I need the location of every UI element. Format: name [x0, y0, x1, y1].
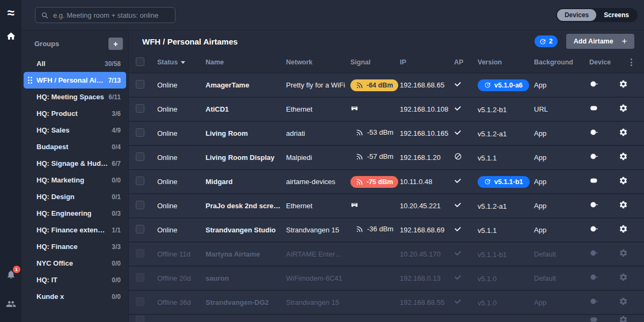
table-row[interactable]: OnlineStrandvangen StudioStrandvangen 15… — [129, 217, 644, 241]
wifi-signal-icon — [356, 129, 363, 136]
settings-gear-icon[interactable] — [619, 176, 628, 185]
table-row[interactable]: Offline 11dMartyna AirtameAIRTAME Enterp… — [129, 241, 644, 266]
sidebar-group-item[interactable]: HQ: Product3/6 — [21, 105, 128, 122]
settings-gear-icon[interactable] — [619, 79, 628, 89]
settings-cell — [619, 104, 644, 115]
sidebar-group-item[interactable]: Kunde x0/0 — [21, 288, 128, 305]
home-icon[interactable] — [6, 31, 16, 41]
row-checkbox[interactable] — [136, 201, 144, 209]
ip-cell: 192.168.10.165 — [400, 129, 454, 137]
device-type-cell — [589, 79, 619, 91]
settings-gear-icon[interactable] — [619, 128, 628, 137]
table-row[interactable]: OnlineAtiCD1Ethernet192.168.10.108v5.1.2… — [129, 97, 644, 121]
group-label: HQ: IT — [36, 276, 108, 284]
check-icon — [454, 80, 462, 88]
settings-gear-icon[interactable] — [619, 248, 628, 258]
signal-value: -53 dBm — [350, 128, 393, 136]
settings-gear-icon[interactable] — [619, 297, 628, 306]
column-header-status[interactable]: Status — [150, 58, 206, 66]
column-options-kebab-icon[interactable] — [619, 58, 644, 66]
table-row[interactable]: OnlineMidgardairtame-devices-75 dBm10.11… — [129, 169, 644, 193]
column-header-ap[interactable]: AP — [454, 58, 478, 66]
device-type-cell — [589, 315, 619, 322]
table-row[interactable]: Offline 36dStrandvangen-DG2Strandvangen … — [129, 290, 644, 314]
checkbox-cell — [129, 128, 150, 139]
column-header-ip[interactable]: IP — [400, 58, 454, 66]
version-update-badge[interactable]: v5.1.0-a6 — [478, 79, 529, 91]
sidebar-group-item[interactable]: All30/58 — [21, 55, 128, 72]
device-type-cell — [589, 273, 619, 284]
drag-handle-icon[interactable] — [28, 77, 32, 84]
sidebar-group-item[interactable]: HQ: Sales4/9 — [21, 122, 128, 138]
settings-gear-icon[interactable] — [619, 273, 628, 282]
row-checkbox[interactable] — [136, 316, 144, 322]
column-header-name[interactable]: Name — [206, 58, 286, 66]
group-count: 0/3 — [112, 210, 121, 217]
notifications-button[interactable]: 1 — [6, 269, 16, 285]
search-box[interactable] — [35, 7, 175, 23]
settings-gear-icon[interactable] — [619, 104, 628, 113]
table-row[interactable]: OnlineLiving Roomadriati-53 dBm192.168.1… — [129, 121, 644, 145]
group-label: All — [36, 60, 101, 68]
sidebar-group-item[interactable]: HQ: Finance3/3 — [21, 238, 128, 255]
row-checkbox[interactable] — [136, 297, 144, 306]
table-row[interactable]: OnlineLiving Room DisplayMalpiedi-57 dBm… — [129, 145, 644, 169]
row-checkbox[interactable] — [136, 273, 144, 282]
settings-cell — [619, 79, 644, 91]
column-header-version[interactable]: Version — [478, 58, 534, 66]
row-checkbox[interactable] — [136, 177, 144, 185]
sidebar-group-item[interactable]: NYC Office0/0 — [21, 255, 128, 272]
sidebar-group-item[interactable]: HQ: IT0/0 — [21, 272, 128, 288]
version-update-badge[interactable]: v5.1.1-b1 — [478, 176, 530, 188]
table-row[interactable] — [129, 314, 644, 322]
sidebar-group-item[interactable]: HQ: Finance extension1/1 — [21, 222, 128, 238]
network-cell: Strandvangen 15 — [286, 298, 350, 306]
table-row[interactable]: Offline 20dsauronWiFimodem-6C41192.168.0… — [129, 266, 644, 290]
name-cell: Strandvangen Studio — [206, 226, 286, 234]
row-checkbox[interactable] — [136, 80, 144, 89]
checkbox-cell — [129, 104, 150, 115]
add-airtame-button[interactable]: Add Airtame + — [566, 34, 634, 49]
row-checkbox[interactable] — [136, 152, 144, 161]
settings-gear-icon[interactable] — [619, 152, 628, 161]
row-checkbox[interactable] — [136, 104, 144, 113]
background-cell: App — [534, 81, 589, 89]
settings-gear-icon[interactable] — [619, 224, 628, 233]
airtame-logo-icon[interactable]: ≈ — [7, 6, 14, 19]
add-group-button[interactable]: + — [108, 38, 123, 50]
ap-cell — [454, 129, 478, 138]
column-header-network[interactable]: Network — [286, 58, 350, 66]
name-cell: Martyna Airtame — [206, 250, 286, 258]
signal-cell — [350, 104, 400, 114]
sidebar-group-item[interactable]: HQ: Meeting Spaces6/11 — [21, 89, 128, 105]
sidebar-group-item[interactable]: HQ: Marketing0/0 — [21, 172, 128, 188]
select-all-checkbox[interactable] — [136, 57, 144, 66]
sidebar-group-item[interactable]: WFH / Personal Airtames7/13 — [24, 72, 126, 89]
group-count: 4/9 — [112, 127, 121, 134]
ip-cell: 192.168.68.55 — [400, 298, 454, 306]
column-header-signal[interactable]: Signal — [350, 58, 400, 66]
sidebar-group-item[interactable]: HQ: Design0/1 — [21, 188, 128, 205]
settings-gear-icon[interactable] — [619, 200, 628, 209]
device-model-icon — [589, 315, 598, 322]
updates-available-badge[interactable]: 2 — [535, 35, 558, 47]
sidebar-group-item[interactable]: HQ: Engineering0/3 — [21, 205, 128, 222]
table-row[interactable]: OnlineAmagerTamePretty fly for a WiFi-64… — [129, 72, 644, 97]
column-header-device[interactable]: Device — [589, 58, 619, 66]
toggle-devices[interactable]: Devices — [557, 9, 596, 21]
sidebar-group-item[interactable]: HQ: Signage & Huddle spaces6/7 — [21, 155, 128, 172]
ip-cell: 192.168.68.65 — [400, 81, 454, 89]
settings-gear-icon[interactable] — [619, 315, 628, 322]
row-checkbox[interactable] — [136, 128, 144, 137]
sidebar-group-item[interactable]: Budapest0/4 — [21, 138, 128, 155]
row-checkbox[interactable] — [136, 249, 144, 258]
table-row[interactable]: OnlinePraJo desk 2nd screenEthernet10.20… — [129, 193, 644, 217]
device-model-icon — [589, 79, 598, 89]
row-checkbox[interactable] — [136, 225, 144, 233]
search-input[interactable] — [53, 11, 170, 19]
ip-cell: 192.168.10.108 — [400, 105, 454, 113]
group-count: 3/6 — [112, 110, 121, 118]
users-icon[interactable] — [6, 299, 16, 309]
toggle-screens[interactable]: Screens — [596, 9, 636, 21]
column-header-background[interactable]: Background — [534, 58, 589, 66]
